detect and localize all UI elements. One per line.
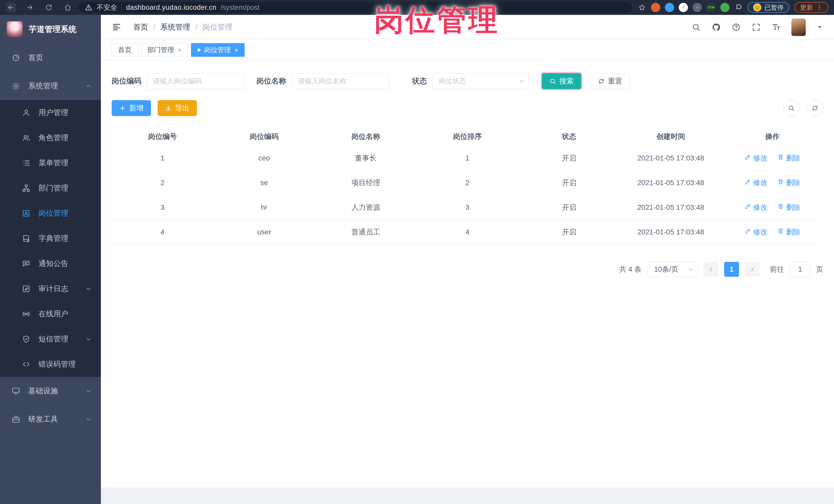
cell-operations: 修改删除 xyxy=(722,227,823,237)
font-size-icon[interactable] xyxy=(771,22,781,32)
browser-reload-button[interactable] xyxy=(44,2,54,13)
reset-button-label: 重置 xyxy=(608,76,622,86)
address-bar[interactable]: 不安全 dashboard.yudao.iocoder.cn/system/po… xyxy=(79,2,633,13)
edit-link[interactable]: 修改 xyxy=(744,178,768,188)
page-size-select[interactable]: 10条/页 xyxy=(647,262,698,277)
table-row: 2se项目经理2开启2021-01-05 17:03:48修改删除 xyxy=(112,171,823,195)
security-warning-icon xyxy=(85,4,92,11)
close-tab-icon[interactable]: × xyxy=(234,47,238,53)
fullscreen-icon[interactable] xyxy=(751,22,761,32)
delete-link[interactable]: 删除 xyxy=(777,178,800,188)
sidebar-item-user-management[interactable]: 用户管理 xyxy=(0,100,101,125)
sidebar-item-notice-announcement[interactable]: 通知公告 xyxy=(0,251,101,276)
sidebar-item-infrastructure[interactable]: 基础设施 xyxy=(0,377,101,405)
next-page-button[interactable] xyxy=(745,262,760,277)
gear-icon xyxy=(11,81,21,91)
tag-manager-extension-icon[interactable]: GTM xyxy=(706,3,716,12)
paused-extension-badge[interactable]: ☺ 已暂停 xyxy=(747,2,789,13)
current-page-button[interactable]: 1 xyxy=(724,262,739,277)
sidebar-item-sms-management[interactable]: 短信管理 xyxy=(0,327,101,352)
breadcrumb-system[interactable]: 系统管理 xyxy=(160,22,190,32)
sms-icon xyxy=(21,334,31,344)
sidebar-item-label: 在线用户 xyxy=(39,309,68,319)
table-row: 1ceo董事长1开启2021-01-05 17:03:48修改删除 xyxy=(112,146,823,171)
toggle-search-icon[interactable] xyxy=(783,100,799,116)
search-button[interactable]: 搜索 xyxy=(542,73,581,89)
breadcrumb-home[interactable]: 首页 xyxy=(133,22,148,32)
chevron-down-icon[interactable] xyxy=(816,24,823,31)
extensions-puzzle-icon[interactable] xyxy=(735,4,742,11)
blue-drop-extension-icon[interactable] xyxy=(665,3,674,12)
gray-stats-extension-icon[interactable]: ≡ xyxy=(693,3,702,12)
user-avatar[interactable] xyxy=(791,19,806,36)
sidebar-item-dept-management[interactable]: 部门管理 xyxy=(0,176,101,201)
browser-update-button[interactable]: 更新 xyxy=(794,2,828,13)
post-name-input[interactable] xyxy=(292,73,389,89)
edit-link[interactable]: 修改 xyxy=(744,153,768,163)
sidebar-item-label: 基础设施 xyxy=(28,386,58,396)
sidebar-item-audit-log[interactable]: 审计日志 xyxy=(0,276,101,302)
sidebar-item-dev-tools[interactable]: 研发工具 xyxy=(0,405,101,433)
active-tab-dot xyxy=(197,48,200,51)
op-label: 修改 xyxy=(753,178,768,188)
delete-link[interactable]: 删除 xyxy=(777,227,800,237)
browser-forward-button[interactable] xyxy=(25,2,35,13)
tab-post-management[interactable]: 岗位管理× xyxy=(191,43,245,57)
goto-page-input[interactable] xyxy=(790,262,810,277)
export-button[interactable]: 导出 xyxy=(158,100,197,116)
pagination-total: 共 4 条 xyxy=(619,264,641,274)
sidebar-item-role-management[interactable]: 角色管理 xyxy=(0,125,101,151)
reset-button[interactable]: 重置 xyxy=(590,73,630,89)
refresh-icon[interactable] xyxy=(807,100,823,116)
browser-home-button[interactable] xyxy=(63,2,73,13)
github-icon[interactable] xyxy=(711,22,721,32)
cell-operations: 修改删除 xyxy=(722,153,823,163)
column-header: 岗位编号 xyxy=(112,132,213,141)
bookmark-star-icon[interactable] xyxy=(638,4,646,11)
post-code-input[interactable] xyxy=(147,73,244,89)
sidebar-item-dict-management[interactable]: 字典管理 xyxy=(0,226,101,251)
column-header: 操作 xyxy=(722,132,823,141)
browser-back-button[interactable] xyxy=(6,2,16,13)
browser-menu-dots-icon[interactable] xyxy=(816,4,823,11)
sidebar-item-online-users[interactable]: 在线用户 xyxy=(0,302,101,327)
add-button[interactable]: 新增 xyxy=(112,100,151,116)
table-body: 1ceo董事长1开启2021-01-05 17:03:48修改删除2se项目经理… xyxy=(112,146,823,244)
sidebar-item-menu-management[interactable]: 菜单管理 xyxy=(0,151,101,176)
sidebar-item-home[interactable]: 首页 xyxy=(0,44,101,72)
security-label[interactable]: 不安全 xyxy=(96,3,117,12)
export-button-label: 导出 xyxy=(175,103,190,113)
delete-link[interactable]: 删除 xyxy=(777,153,800,163)
sidebar-item-label: 首页 xyxy=(28,52,43,63)
sidebar-item-error-code-management[interactable]: 错误码管理 xyxy=(0,352,101,377)
close-tab-icon[interactable]: × xyxy=(178,47,181,53)
tab-dept-management[interactable]: 部门管理× xyxy=(141,43,188,57)
page-bottom-strip xyxy=(101,487,834,504)
search-icon[interactable] xyxy=(691,22,701,32)
cell-code: user xyxy=(213,228,315,236)
breadcrumb-separator: / xyxy=(153,23,155,31)
column-header: 创建时间 xyxy=(620,132,722,141)
cell-code: ceo xyxy=(213,154,315,162)
header-actions xyxy=(691,19,823,36)
help-question-icon[interactable] xyxy=(731,22,741,32)
sidebar-item-label: 字典管理 xyxy=(39,234,68,244)
edit-link[interactable]: 修改 xyxy=(744,202,768,212)
edit-link[interactable]: 修改 xyxy=(744,227,768,237)
prev-page-button[interactable] xyxy=(704,262,719,277)
tab-home[interactable]: 首页 xyxy=(112,43,138,57)
green-check-extension-icon[interactable]: ✓ xyxy=(679,3,688,12)
delete-link[interactable]: 删除 xyxy=(777,202,800,212)
chevron-up-icon xyxy=(85,82,92,90)
tab-label: 岗位管理 xyxy=(204,45,231,54)
sidebar-item-system-management[interactable]: 系统管理 xyxy=(0,72,101,100)
orange-ring-extension-icon[interactable] xyxy=(651,3,660,12)
edit-icon xyxy=(744,203,751,212)
green-sprout-extension-icon[interactable] xyxy=(720,3,729,12)
sidebar-logo-row[interactable]: 芋道管理系统 xyxy=(0,15,101,44)
paused-label: 已暂停 xyxy=(764,3,784,12)
url-divider xyxy=(122,4,122,11)
status-select[interactable]: 岗位状态 xyxy=(433,73,530,89)
sidebar-item-post-management[interactable]: 岗位管理 xyxy=(0,201,101,226)
collapse-sidebar-icon[interactable] xyxy=(112,22,122,32)
